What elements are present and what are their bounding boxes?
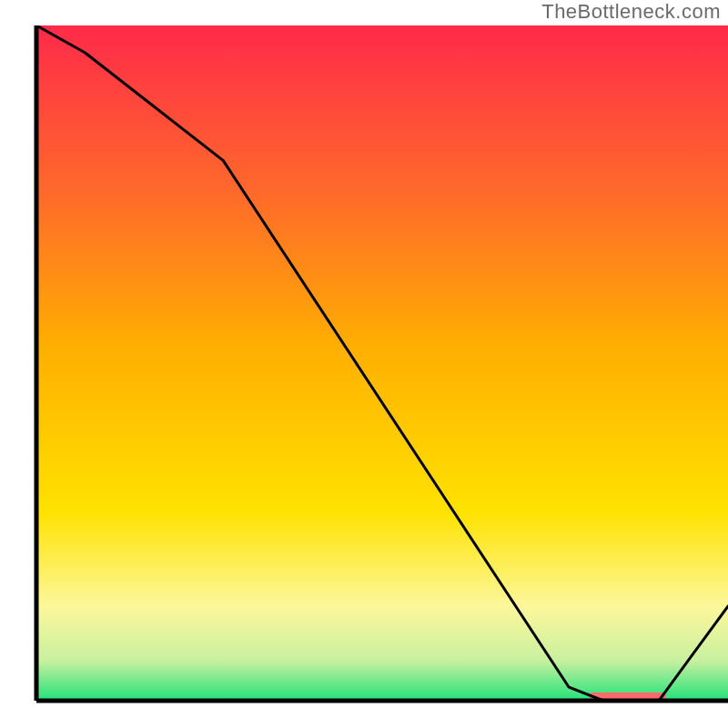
bottleneck-chart — [0, 25, 728, 728]
attribution-text: TheBottleneck.com — [541, 0, 721, 24]
chart-background — [36, 25, 728, 701]
